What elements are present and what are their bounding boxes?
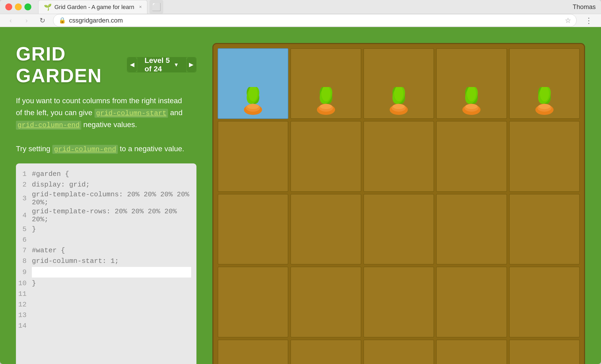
- user-name: Thomas: [573, 3, 596, 11]
- line-content: grid-template-rows: 20% 20% 20% 20% 20%;: [32, 207, 196, 223]
- code-line: 5}: [16, 224, 196, 235]
- tab-favicon: 🌱: [44, 3, 52, 11]
- carrot-plant: [531, 87, 558, 116]
- keyword3: grid-column-end: [52, 145, 118, 154]
- line-content: }: [32, 279, 196, 287]
- code-line: 13: [16, 310, 196, 320]
- garden-cell: [218, 121, 288, 192]
- line-content: grid-column-start: 1;: [32, 257, 196, 265]
- new-tab-button[interactable]: ⬜: [149, 0, 163, 14]
- traffic-lights: [5, 3, 31, 10]
- garden-cell: [290, 340, 361, 364]
- code-line: 7#water {: [16, 245, 196, 256]
- forward-button[interactable]: ›: [21, 15, 32, 26]
- garden-cell: [290, 121, 361, 192]
- line-number: 6: [16, 236, 32, 244]
- lock-icon: 🔒: [59, 17, 66, 24]
- line-number: 4: [16, 211, 32, 219]
- line-content: #water {: [32, 246, 196, 254]
- carrot-plant: [313, 87, 339, 116]
- svg-point-11: [320, 104, 332, 109]
- desc-part3: negative values.: [81, 120, 137, 129]
- desc-part2: and: [168, 109, 183, 117]
- maximize-button[interactable]: [24, 3, 31, 10]
- address-bar-input-wrapper: 🔒 ☆: [53, 14, 577, 27]
- code-line: 11: [16, 289, 196, 299]
- game-container: GRID GARDEN ◄ Level 5 of 24 ▼ ► If you w…: [16, 43, 585, 364]
- line-content: #garden {: [32, 170, 196, 178]
- code-line: 9: [16, 266, 196, 278]
- level-next-button[interactable]: ►: [187, 58, 196, 72]
- garden-cell: [363, 121, 434, 192]
- line-number: 7: [16, 246, 32, 254]
- line-number: 1: [16, 170, 32, 178]
- code-editor: 1#garden {2 display: grid;3 grid-templat…: [16, 163, 196, 364]
- address-input[interactable]: [69, 17, 562, 24]
- carrot-plant: [458, 87, 485, 116]
- browser-window: 🌱 Grid Garden - A game for learn × ⬜ Tho…: [0, 0, 601, 364]
- line-number: 13: [16, 311, 32, 319]
- line-number: 8: [16, 257, 32, 265]
- garden-cell: [290, 48, 361, 119]
- code-lines: 1#garden {2 display: grid;3 grid-templat…: [16, 163, 196, 364]
- desc2-part2: to a negative value.: [118, 145, 184, 153]
- code-line: 4 grid-template-rows: 20% 20% 20% 20% 20…: [16, 207, 196, 224]
- garden-cell: [363, 194, 434, 265]
- more-options-button[interactable]: ⋮: [582, 15, 596, 26]
- page-content: GRID GARDEN ◄ Level 5 of 24 ▼ ► If you w…: [0, 27, 601, 364]
- garden-cell: [436, 340, 507, 364]
- right-panel: [212, 43, 585, 364]
- garden-cell: [218, 48, 288, 119]
- bookmark-star-icon[interactable]: ☆: [565, 16, 571, 25]
- garden-cell: [290, 267, 361, 337]
- garden-cell: [436, 194, 507, 265]
- code-line: 2 display: grid;: [16, 179, 196, 190]
- address-bar: ‹ › ↻ 🔒 ☆ ⋮: [0, 14, 601, 27]
- code-line: 3 grid-template-columns: 20% 20% 20% 20%…: [16, 190, 196, 207]
- garden-cell: [436, 121, 507, 192]
- garden-cell: [509, 48, 580, 119]
- left-panel: GRID GARDEN ◄ Level 5 of 24 ▼ ► If you w…: [16, 43, 196, 364]
- garden-cell: [290, 194, 361, 265]
- garden-cell: [436, 267, 507, 337]
- garden-cell: [218, 267, 288, 337]
- title-bar: 🌱 Grid Garden - A game for learn × ⬜ Tho…: [0, 0, 601, 14]
- minimize-button[interactable]: [15, 3, 22, 10]
- keyword2: grid-column-end: [16, 121, 81, 130]
- code-line: 1#garden {: [16, 169, 196, 179]
- line-content: grid-template-columns: 20% 20% 20% 20% 2…: [32, 190, 196, 206]
- close-button[interactable]: [5, 3, 12, 10]
- garden-cell: [218, 340, 288, 364]
- garden-cell: [436, 48, 507, 119]
- line-number: 3: [16, 194, 32, 202]
- line-number: 10: [16, 279, 32, 287]
- garden-cell: [509, 340, 580, 364]
- description-text: If you want to count columns from the ri…: [16, 95, 186, 155]
- level-prev-button[interactable]: ◄: [127, 58, 137, 72]
- line-content: display: grid;: [32, 181, 196, 189]
- garden-grid-wrapper: [212, 43, 585, 364]
- svg-point-29: [539, 104, 550, 109]
- svg-point-17: [393, 104, 405, 109]
- line-number: 2: [16, 181, 32, 189]
- carrot-plant: [240, 87, 266, 116]
- line-number: 5: [16, 225, 32, 233]
- level-dropdown-icon: ▼: [174, 62, 179, 68]
- code-line: 12: [16, 299, 196, 310]
- refresh-button[interactable]: ↻: [37, 15, 48, 26]
- garden-cell: [363, 340, 434, 364]
- code-input[interactable]: [32, 267, 191, 278]
- active-tab[interactable]: 🌱 Grid Garden - A game for learn ×: [38, 0, 147, 14]
- level-text: Level 5 of 24: [145, 57, 171, 72]
- line-number: 12: [16, 301, 32, 309]
- line-number: 11: [16, 290, 32, 298]
- svg-point-23: [466, 104, 477, 109]
- code-line: 10}: [16, 278, 196, 289]
- tab-close-icon[interactable]: ×: [139, 4, 142, 10]
- level-selector[interactable]: Level 5 of 24 ▼: [137, 58, 187, 72]
- carrot-plant: [385, 87, 412, 116]
- back-button[interactable]: ‹: [5, 15, 16, 26]
- garden-cell: [218, 194, 288, 265]
- garden-cell: [363, 48, 434, 119]
- keyword1: grid-column-start: [95, 109, 168, 118]
